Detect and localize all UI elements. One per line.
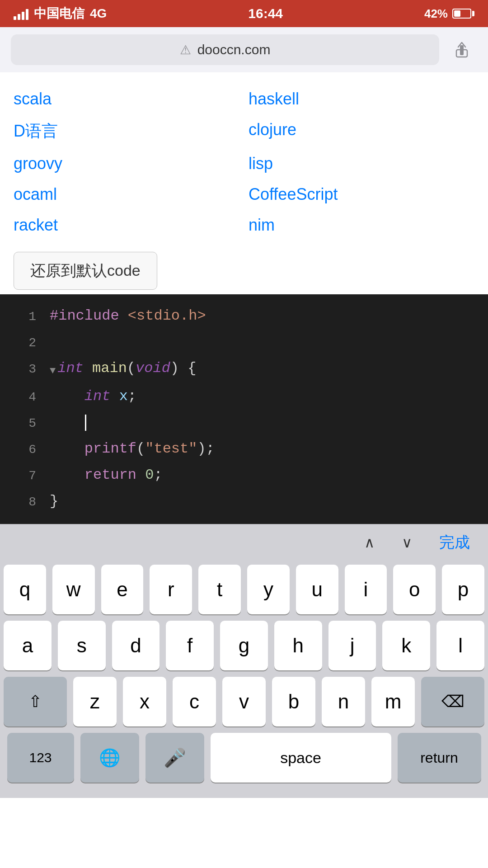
keyboard: q w e r t y u i o p a s d f g h j k l ⇧ … [0,560,488,798]
line-number-7: 7 [9,462,36,489]
line-number-6: 6 [9,436,36,462]
line-number-5: 5 [9,410,36,436]
backspace-key[interactable]: ⌫ [421,677,484,726]
text-cursor [85,415,86,431]
key-r[interactable]: r [150,565,192,614]
lang-coffeescript[interactable]: CoffeeScript [249,181,474,208]
share-button[interactable] [446,34,477,65]
key-j[interactable]: j [328,621,376,670]
key-c[interactable]: c [173,677,216,726]
key-m[interactable]: m [371,677,415,726]
code-line-2: 2 [0,330,488,356]
key-row-1: q w e r t y u i o p [4,565,484,614]
globe-key[interactable]: 🌐 [80,733,139,783]
network-label: 4G [90,6,107,21]
line-content-7: return 0; [50,462,163,488]
key-y[interactable]: y [247,565,290,614]
language-links: scala haskell D语言 clojure groovy lisp oc… [0,72,488,243]
line-content-3: int main(void) { [57,356,196,381]
line-content-5 [50,410,86,435]
reset-button[interactable]: 还原到默认code [14,252,157,290]
key-row-3: ⇧ z x c v b n m ⌫ [4,677,484,726]
key-q[interactable]: q [4,565,46,614]
key-row-4: 123 🌐 🎤 space return [4,733,484,783]
return-key[interactable]: return [398,733,481,783]
lang-lisp[interactable]: lisp [249,151,474,177]
key-row-2: a s d f g h j k l [4,621,484,670]
lang-clojure[interactable]: clojure [249,117,474,146]
done-button[interactable]: 完成 [439,532,470,553]
key-g[interactable]: g [220,621,268,670]
key-h[interactable]: h [274,621,322,670]
lang-ocaml[interactable]: ocaml [14,181,239,208]
key-n[interactable]: n [322,677,365,726]
lang-groovy[interactable]: groovy [14,151,239,177]
code-line-8: 8 } [0,489,488,515]
status-left: 中国电信 4G [14,5,107,22]
key-o[interactable]: o [393,565,436,614]
arrow-down-button[interactable]: ∨ [402,534,412,551]
line-number-2: 2 [9,330,36,356]
line-content-8: } [50,489,58,514]
line-content-4: int x; [50,384,136,409]
url-text: dooccn.com [197,42,271,57]
key-s[interactable]: s [58,621,106,670]
key-b[interactable]: b [272,677,315,726]
battery-icon [452,9,474,19]
code-line-5: 5 [0,410,488,436]
arrow-up-button[interactable]: ∧ [364,534,375,551]
microphone-key[interactable]: 🎤 [145,733,204,783]
code-line-7: 7 return 0; [0,462,488,489]
key-u[interactable]: u [296,565,338,614]
line-number-3: 3 [9,356,36,382]
key-f[interactable]: f [166,621,214,670]
warning-icon: ⚠ [180,42,191,57]
keyboard-toolbar: ∧ ∨ 完成 [0,524,488,560]
key-l[interactable]: l [436,621,484,670]
key-a[interactable]: a [4,621,52,670]
key-k[interactable]: k [382,621,430,670]
key-z[interactable]: z [73,677,117,726]
code-line-1: 1 #include <stdio.h> [0,303,488,330]
fold-arrow-3[interactable]: ▼ [50,356,56,384]
key-p[interactable]: p [442,565,484,614]
line-number-8: 8 [9,489,36,515]
code-line-3: 3 ▼ int main(void) { [0,356,488,384]
lang-d[interactable]: D语言 [14,117,239,146]
lang-haskell[interactable]: haskell [249,86,474,112]
shift-key[interactable]: ⇧ [4,677,67,726]
numbers-key[interactable]: 123 [7,733,74,783]
key-w[interactable]: w [52,565,95,614]
status-bar: 中国电信 4G 16:44 42% [0,0,488,27]
battery-percent: 42% [424,7,448,21]
key-v[interactable]: v [222,677,266,726]
line-content-1: #include <stdio.h> [50,303,206,329]
lang-nim[interactable]: nim [249,212,474,238]
code-line-6: 6 printf("test"); [0,436,488,462]
lang-racket[interactable]: racket [14,212,239,238]
line-number-1: 1 [9,303,36,330]
space-key[interactable]: space [211,733,391,783]
signal-icon [14,7,28,20]
address-bar: ⚠ dooccn.com [0,27,488,72]
url-box[interactable]: ⚠ dooccn.com [11,34,439,65]
lang-scala[interactable]: scala [14,86,239,112]
key-e[interactable]: e [101,565,144,614]
line-number-4: 4 [9,384,36,410]
key-t[interactable]: t [198,565,241,614]
time-label: 16:44 [248,6,283,21]
code-editor[interactable]: 1 #include <stdio.h> 2 3 ▼ int main(void… [0,294,488,524]
line-content-6: printf("test"); [50,436,215,462]
status-right: 42% [424,7,474,21]
code-line-4: 4 int x; [0,384,488,410]
key-d[interactable]: d [112,621,160,670]
key-i[interactable]: i [345,565,387,614]
key-x[interactable]: x [123,677,166,726]
reset-button-wrap: 还原到默认code [0,243,488,290]
carrier-label: 中国电信 [34,5,84,22]
